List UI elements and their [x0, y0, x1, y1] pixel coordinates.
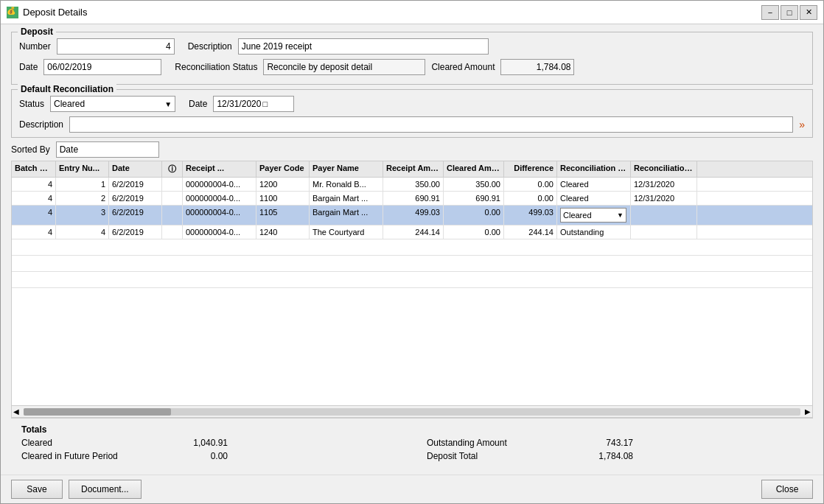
desc-row: Description »: [19, 116, 805, 133]
default-reconciliation-section: Default Reconciliation Status Cleared ▼ …: [11, 89, 813, 138]
cell-date: 6/2/2019: [109, 178, 162, 191]
cell-difference: 244.14: [504, 225, 557, 239]
table-body: 4 1 6/2/2019 000000004-0... 1200 Mr. Ron…: [12, 178, 812, 405]
cell-batch: 4: [12, 192, 56, 205]
cell-cleared-amt: 690.91: [444, 192, 504, 205]
recon-date-input[interactable]: 12/31/2020 □: [213, 96, 294, 112]
table-row-empty: [12, 239, 812, 256]
close-button[interactable]: Close: [761, 480, 813, 499]
document-button[interactable]: Document...: [69, 480, 142, 499]
cell-payer-name: Bargain Mart ...: [310, 192, 383, 205]
cell-difference: 499.03: [504, 206, 557, 225]
recon-status-inline-dropdown[interactable]: Cleared ▼: [560, 208, 626, 223]
deposit-total-value: 1,784.08: [574, 451, 633, 461]
save-button[interactable]: Save: [11, 480, 63, 499]
col-header-payer-code[interactable]: Payer Code: [256, 161, 310, 177]
table-row-empty: [12, 272, 812, 288]
footer: Save Document... Close: [1, 475, 823, 503]
table-row[interactable]: 4 3 6/2/2019 000000004-0... 1105 Bargain…: [12, 206, 812, 225]
cell-receipt: 000000004-0...: [183, 192, 256, 205]
cell-entry: 1: [56, 178, 109, 191]
col-header-date[interactable]: Date: [109, 161, 162, 177]
col-header-cleared-amt[interactable]: Cleared Amo...: [444, 161, 504, 177]
cell-date: 6/2/2019: [109, 206, 162, 225]
cleared-row: Cleared 1,040.91: [21, 438, 397, 448]
deposit-row1: Number Description: [19, 38, 805, 55]
cell-date: 6/2/2019: [109, 192, 162, 205]
table-row[interactable]: 4 2 6/2/2019 000000004-0... 1100 Bargain…: [12, 192, 812, 206]
cell-info: [162, 192, 183, 205]
status-label: Status: [19, 99, 44, 109]
cell-batch: 4: [12, 225, 56, 239]
number-input[interactable]: [57, 38, 175, 55]
cell-info: [162, 225, 183, 239]
col-header-recon-s[interactable]: Reconciliation S...: [557, 161, 631, 177]
cell-entry: 4: [56, 225, 109, 239]
cell-receipt-amt: 244.14: [383, 225, 444, 239]
recon-status-input: [263, 59, 425, 75]
cell-cleared-amt: 0.00: [444, 225, 504, 239]
cell-batch: 4: [12, 206, 56, 225]
description-input[interactable]: [238, 38, 489, 55]
cell-receipt-amt: 350.00: [383, 178, 444, 191]
recon-status-label: Reconciliation Status: [175, 62, 257, 72]
status-dropdown[interactable]: Cleared ▼: [50, 96, 175, 112]
description-label: Description: [188, 41, 232, 52]
col-header-recon-d[interactable]: Reconciliation D...: [631, 161, 697, 177]
cleared-future-label: Cleared in Future Period: [21, 451, 169, 461]
sorted-by-dropdown[interactable]: Date: [56, 141, 159, 158]
outstanding-label: Outstanding Amount: [427, 438, 574, 448]
totals-label: Totals: [21, 424, 803, 435]
expand-icon[interactable]: »: [799, 119, 805, 130]
cell-payer-name: Bargain Mart ...: [310, 206, 383, 225]
recon-date-label: Date: [189, 99, 207, 109]
col-header-difference[interactable]: Difference: [504, 161, 557, 177]
cell-date: 6/2/2019: [109, 225, 162, 239]
col-header-receipt-amt[interactable]: Receipt Amo...: [383, 161, 444, 177]
outstanding-value: 743.17: [574, 438, 633, 448]
scroll-left-button[interactable]: ◀: [12, 407, 21, 416]
col-header-info: ⓘ: [162, 161, 183, 177]
cell-receipt: 000000004-0...: [183, 206, 256, 225]
default-recon-label: Default Reconciliation: [18, 84, 116, 94]
col-header-batch[interactable]: Batch Nu...: [12, 161, 56, 177]
date-input[interactable]: [43, 59, 161, 75]
scroll-right-button[interactable]: ▶: [803, 407, 812, 416]
cell-recon-d: 12/31/2020: [631, 192, 697, 205]
data-table: Batch Nu... Entry Nu... Date ⓘ Receipt .…: [11, 161, 813, 418]
window-title: Deposit Details: [23, 7, 757, 18]
cell-receipt: 000000004-0...: [183, 178, 256, 191]
cell-entry: 2: [56, 192, 109, 205]
desc-label: Description: [19, 119, 63, 130]
cell-scroll: [697, 192, 709, 205]
calendar-icon[interactable]: □: [262, 99, 268, 108]
cell-info: [162, 206, 183, 225]
window-controls: − □ ✕: [761, 5, 817, 20]
totals-left: Cleared 1,040.91 Cleared in Future Perio…: [21, 438, 397, 461]
window-icon: 💰: [7, 7, 18, 18]
horizontal-scrollbar[interactable]: ◀ ▶: [12, 405, 812, 417]
col-header-entry[interactable]: Entry Nu...: [56, 161, 109, 177]
sorted-by-row: Sorted By Date: [11, 141, 813, 158]
cell-payer-name: Mr. Ronald B...: [310, 178, 383, 191]
deposit-total-label: Deposit Total: [427, 451, 574, 461]
main-window: 💰 Deposit Details − □ ✕ Deposit Number D…: [0, 0, 824, 504]
main-content: Deposit Number Description Date Reconcil…: [1, 24, 823, 475]
close-button[interactable]: ✕: [800, 5, 817, 20]
cell-payer-name: The Courtyard: [310, 225, 383, 239]
cell-recon-d: [631, 206, 697, 225]
scrollbar-thumb[interactable]: [24, 408, 171, 416]
cell-receipt-amt: 690.91: [383, 192, 444, 205]
table-row[interactable]: 4 1 6/2/2019 000000004-0... 1200 Mr. Ron…: [12, 178, 812, 192]
table-row[interactable]: 4 4 6/2/2019 000000004-0... 1240 The Cou…: [12, 225, 812, 239]
sorted-by-value: Date: [60, 144, 78, 155]
maximize-button[interactable]: □: [781, 5, 798, 20]
cell-recon-s-editing[interactable]: Cleared ▼: [557, 206, 631, 225]
col-header-payer-name[interactable]: Payer Name: [310, 161, 383, 177]
cell-recon-s: Outstanding: [557, 225, 631, 239]
col-header-receipt[interactable]: Receipt ...: [183, 161, 256, 177]
description-field[interactable]: [69, 116, 793, 133]
recon-row1: Status Cleared ▼ Date 12/31/2020 □: [19, 96, 805, 112]
totals-content: Cleared 1,040.91 Cleared in Future Perio…: [21, 438, 803, 461]
minimize-button[interactable]: −: [761, 5, 779, 20]
